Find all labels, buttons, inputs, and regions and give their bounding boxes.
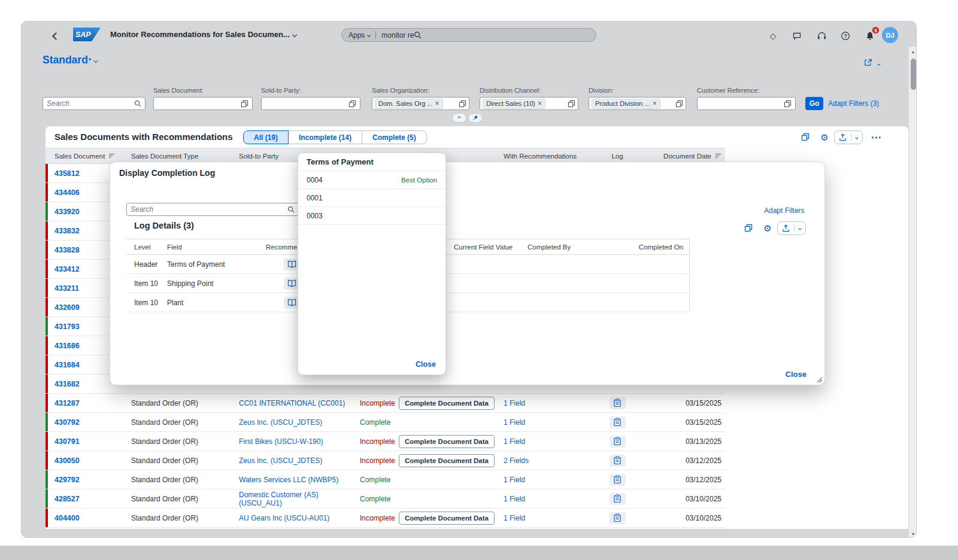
sales-doc-link[interactable]: 431793 xyxy=(54,322,80,331)
export-icon[interactable] xyxy=(782,224,790,232)
col-field[interactable]: Field xyxy=(167,244,266,251)
sales-doc-link[interactable]: 433211 xyxy=(54,284,79,293)
recommendations-link[interactable]: 1 Field xyxy=(504,495,525,503)
sold-to-party-input[interactable] xyxy=(261,97,360,110)
filter-token[interactable]: Dom. Sales Org ...× xyxy=(375,99,443,109)
variant-title[interactable]: Standard* xyxy=(43,54,98,66)
vertical-scrollbar[interactable]: ▲ ▼ xyxy=(908,47,917,538)
feedback-icon[interactable]: ◇ xyxy=(768,31,778,41)
value-help-icon[interactable] xyxy=(241,100,248,108)
dialog-adapt-filters-link[interactable]: Adapt Filters xyxy=(764,206,804,215)
dialog-export-menu-button[interactable] xyxy=(777,221,806,235)
table-row[interactable]: 430792 Standard Order (OR) Zeus Inc. (US… xyxy=(46,413,725,432)
filter-token[interactable]: Product Division ...× xyxy=(592,99,660,109)
global-search-input[interactable]: Search xyxy=(43,97,145,110)
help-icon[interactable]: ? xyxy=(840,31,851,41)
log-button[interactable] xyxy=(610,436,626,448)
tab-all[interactable]: All (19) xyxy=(243,130,289,144)
sales-doc-link[interactable]: 428527 xyxy=(54,495,80,503)
table-row[interactable]: 430791 Standard Order (OR) First Bikes (… xyxy=(46,432,725,451)
value-help-icon[interactable] xyxy=(459,100,466,108)
tab-incomplete[interactable]: Incomplete (14) xyxy=(288,130,362,144)
shell-search-input[interactable]: Apps monitor re xyxy=(341,28,596,42)
sold-to-link[interactable]: Waters Services LLC (NWBP5) xyxy=(239,476,338,484)
chat-icon[interactable] xyxy=(792,31,802,41)
complete-doc-data-button[interactable]: Complete Document Data xyxy=(399,512,495,525)
col-sales-document-type[interactable]: Sales Document Type xyxy=(131,153,239,160)
customer-reference-input[interactable] xyxy=(697,97,796,110)
chevron-down-icon[interactable] xyxy=(798,227,802,230)
collapse-filter-bar-button[interactable] xyxy=(452,113,466,123)
sales-doc-link[interactable]: 430792 xyxy=(54,418,80,427)
dialog-close-button[interactable]: Close xyxy=(786,370,807,379)
scroll-up-arrow[interactable]: ▲ xyxy=(909,47,917,56)
sold-to-link[interactable]: Zeus Inc. (USCU_JDTES) xyxy=(239,456,322,465)
sales-doc-link[interactable]: 433412 xyxy=(54,265,80,273)
distribution-channel-input[interactable]: Direct Sales (10)× xyxy=(480,97,578,110)
search-icon[interactable] xyxy=(134,100,141,107)
dialog-search-input[interactable]: Search xyxy=(126,203,299,216)
copy-icon[interactable] xyxy=(799,131,811,143)
value-help-icon[interactable] xyxy=(568,100,575,108)
settings-gear-icon[interactable]: ⚙ xyxy=(818,131,830,143)
log-button[interactable] xyxy=(610,493,626,505)
sales-doc-link[interactable]: 431287 xyxy=(54,399,80,407)
col-document-date[interactable]: Document Date xyxy=(653,153,725,160)
scrollbar-thumb[interactable] xyxy=(911,59,916,90)
token-remove-icon[interactable]: × xyxy=(435,100,439,107)
app-title[interactable]: Monitor Recommendations for Sales Docume… xyxy=(110,30,296,39)
tab-complete[interactable]: Complete (5) xyxy=(362,130,427,144)
payment-term-option[interactable]: 0004 Best Option xyxy=(298,171,445,189)
sales-doc-link[interactable]: 429792 xyxy=(54,476,80,484)
col-sales-document[interactable]: Sales Document xyxy=(46,153,131,160)
recommendations-link[interactable]: 1 Field xyxy=(504,437,525,446)
sales-doc-link[interactable]: 431686 xyxy=(54,342,80,350)
export-menu-button[interactable] xyxy=(834,130,863,144)
col-current-field-value[interactable]: Current Field Value xyxy=(454,244,527,251)
recommendations-link[interactable]: 2 Fields xyxy=(504,456,529,465)
sales-doc-link[interactable]: 433832 xyxy=(54,227,80,235)
sales-doc-link[interactable]: 431682 xyxy=(54,380,80,388)
sold-to-link[interactable]: AU Gears Inc (USCU-AU01) xyxy=(239,514,329,522)
sales-doc-link[interactable]: 431684 xyxy=(54,361,80,369)
popover-close-button[interactable]: Close xyxy=(416,360,436,369)
chevron-down-icon[interactable] xyxy=(855,136,859,139)
sales-doc-link[interactable]: 435812 xyxy=(54,169,80,178)
recommendations-link[interactable]: 1 Field xyxy=(504,476,525,484)
table-row[interactable]: 431287 Standard Order (OR) CC01 INTERNAT… xyxy=(46,394,725,413)
sales-organization-input[interactable]: Dom. Sales Org ...× xyxy=(372,97,469,110)
search-icon[interactable] xyxy=(287,206,295,213)
sales-document-input[interactable] xyxy=(153,97,253,110)
search-icon[interactable] xyxy=(414,31,422,39)
payment-term-option[interactable]: 0001 xyxy=(298,189,445,207)
log-button[interactable] xyxy=(610,455,626,467)
col-with-recommendations[interactable]: With Recommendations xyxy=(504,153,581,160)
sales-doc-link[interactable]: 433920 xyxy=(54,208,80,216)
user-avatar[interactable]: DJ xyxy=(882,27,898,43)
pin-filter-bar-button[interactable] xyxy=(468,113,483,123)
scroll-down-arrow[interactable]: ▼ xyxy=(909,529,917,538)
settings-gear-icon[interactable]: ⚙ xyxy=(762,222,774,234)
log-button[interactable] xyxy=(610,416,626,428)
export-icon[interactable] xyxy=(839,133,847,141)
sales-doc-link[interactable]: 430050 xyxy=(54,456,80,465)
headset-icon[interactable] xyxy=(816,31,827,41)
overflow-menu-icon[interactable]: ⋯ xyxy=(870,131,882,143)
table-row[interactable]: 404400 Standard Order (OR) AU Gears Inc … xyxy=(46,509,725,528)
copy-icon[interactable] xyxy=(742,222,754,234)
col-completed-on[interactable]: Completed On xyxy=(599,244,690,251)
sales-doc-link[interactable]: 434406 xyxy=(54,188,80,197)
sales-doc-link[interactable]: 433828 xyxy=(54,246,80,254)
sold-to-link[interactable]: First Bikes (USCU-W-190) xyxy=(239,437,323,446)
back-button[interactable] xyxy=(50,31,61,41)
complete-doc-data-button[interactable]: Complete Document Data xyxy=(399,454,495,467)
log-button[interactable] xyxy=(610,474,626,486)
sap-logo[interactable]: SAP xyxy=(73,28,101,41)
sales-doc-link[interactable]: 430791 xyxy=(54,437,80,446)
payment-term-option[interactable]: 0003 xyxy=(298,207,445,225)
log-button[interactable] xyxy=(610,512,626,524)
col-level[interactable]: Level xyxy=(126,244,167,251)
share-menu-chevron-icon[interactable] xyxy=(877,62,881,66)
token-remove-icon[interactable]: × xyxy=(653,100,657,107)
token-remove-icon[interactable]: × xyxy=(538,100,542,107)
